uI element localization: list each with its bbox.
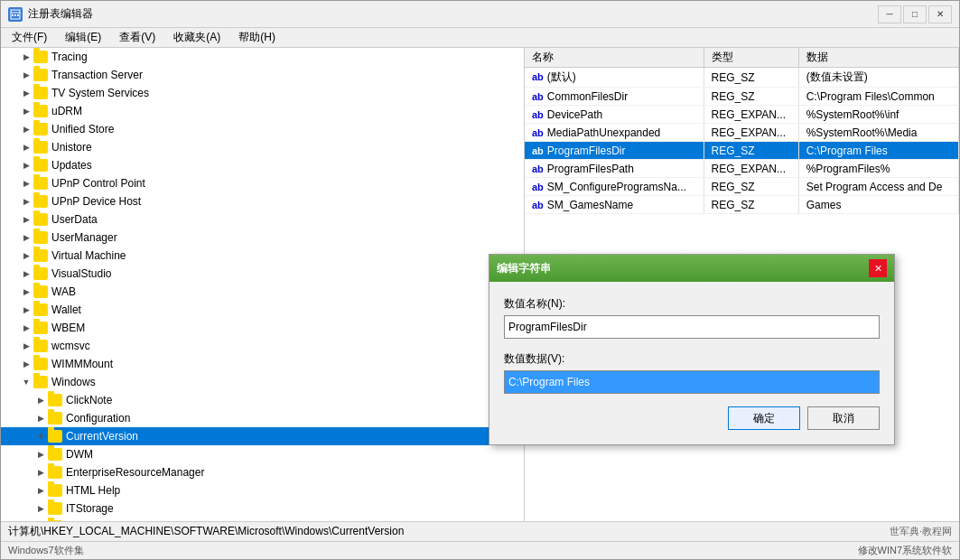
cancel-button[interactable]: 取消 [807, 406, 880, 430]
menu-file[interactable]: 文件(F) [5, 28, 54, 47]
tree-expander[interactable]: ▶ [33, 411, 48, 425]
tree-item-label: WBEM [51, 322, 85, 334]
tree-expander[interactable]: ▶ [19, 285, 33, 299]
tree-item-label: wcmsvc [51, 340, 90, 352]
tree-item[interactable]: ▶Updates [1, 156, 524, 174]
tree-item[interactable]: ▶Unistore [1, 138, 524, 156]
tree-item[interactable]: ▶UserData [1, 210, 524, 229]
tree-item[interactable]: ▶Virtual Machine [1, 247, 524, 265]
menu-view[interactable]: 查看(V) [112, 28, 163, 47]
confirm-button[interactable]: 确定 [728, 406, 800, 430]
tree-item[interactable]: ▶ITStorage [1, 499, 524, 518]
dialog-body: 数值名称(N): 数值数据(V): 确定 取消 [489, 282, 894, 444]
tree-expander[interactable]: ▼ [19, 375, 33, 389]
table-row[interactable]: abDevicePathREG_EXPAN...%SystemRoot%\inf [525, 106, 959, 124]
tree-item[interactable]: ▶uDRM [1, 102, 524, 120]
tree-item[interactable]: ▶DWM [1, 445, 524, 463]
tree-expander[interactable]: ▶ [19, 86, 33, 100]
maximize-button[interactable]: □ [903, 5, 927, 23]
tree-item[interactable]: ▶Unified Store [1, 120, 524, 138]
col-name: 名称 [525, 48, 704, 68]
tree-expander[interactable]: ▶ [19, 266, 33, 281]
tree-item[interactable]: ▶UPnP Device Host [1, 192, 524, 210]
folder-icon [33, 123, 48, 135]
tree-expander[interactable]: ▶ [33, 519, 48, 521]
tree-expander[interactable]: ▶ [33, 393, 48, 407]
tree-item[interactable]: ▶VisualStudio [1, 265, 524, 283]
menu-favorites[interactable]: 收藏夹(A) [166, 28, 228, 47]
folder-icon [33, 69, 48, 81]
tree-expander[interactable]: ▶ [19, 321, 33, 335]
name-input[interactable] [504, 315, 880, 339]
tree-expander[interactable]: ▶ [19, 122, 33, 136]
type-icon: ab [532, 109, 544, 120]
title-bar: 注册表编辑器 ─ □ ✕ [1, 1, 959, 28]
folder-icon [48, 502, 62, 515]
tree-expander[interactable]: ▶ [19, 212, 33, 227]
cell-data: (数值未设置) [798, 68, 958, 88]
table-row[interactable]: ab(默认)REG_SZ(数值未设置) [525, 68, 959, 88]
data-input[interactable] [504, 370, 880, 394]
folder-icon [48, 448, 62, 461]
tree-item[interactable]: ▼Windows [1, 373, 524, 391]
table-row[interactable]: abProgramFilesPathREG_EXPAN...%ProgramFi… [525, 160, 959, 178]
tree-expander[interactable]: ▶ [19, 303, 33, 317]
folder-icon [33, 105, 48, 117]
tree-expander[interactable]: ▼ [33, 429, 48, 443]
tree-item-label: Unistore [51, 141, 92, 154]
table-row[interactable]: abSM_ConfigureProgramsNa...REG_SZSet Pro… [525, 178, 959, 196]
tree-expander[interactable]: ▶ [19, 140, 33, 154]
tree-item-label: Windows [51, 376, 96, 388]
cell-type: REG_SZ [704, 196, 798, 214]
folder-icon [33, 267, 48, 280]
tree-expander[interactable]: ▶ [33, 501, 48, 516]
bottom-bar: Windows7软件集 修改WIN7系统软件软 [1, 541, 959, 559]
tree-expander[interactable]: ▶ [33, 465, 48, 480]
tree-expander[interactable]: ▶ [19, 339, 33, 353]
tree-item[interactable]: ▶wcmsvc [1, 337, 524, 355]
tree-expander[interactable]: ▶ [19, 50, 33, 64]
tree-expander[interactable]: ▶ [19, 158, 33, 173]
tree-item[interactable]: ▶UserManager [1, 229, 524, 247]
tree-expander[interactable]: ▶ [19, 176, 33, 191]
tree-item[interactable]: ▶Configuration [1, 409, 524, 427]
tree-panel[interactable]: ▶Tracing▶Transaction Server▶TV System Se… [1, 48, 525, 521]
tree-expander[interactable]: ▶ [19, 68, 33, 82]
folder-icon [33, 303, 48, 316]
table-row[interactable]: abMediaPathUnexpandedREG_EXPAN...%System… [525, 124, 959, 142]
tree-item[interactable]: ▶WBEM [1, 319, 524, 337]
dialog-title: 编辑字符串 [497, 261, 551, 276]
menu-edit[interactable]: 编辑(E) [58, 28, 108, 47]
dialog-close-button[interactable]: ✕ [869, 259, 887, 277]
tree-item-label: CurrentVersion [66, 430, 138, 443]
tree-item[interactable]: ▶TV System Services [1, 84, 524, 102]
tree-item[interactable]: ▶ScheduleDisc... [1, 518, 524, 521]
tree-item[interactable]: ▶Tracing [1, 48, 524, 66]
minimize-button[interactable]: ─ [878, 5, 901, 23]
tree-expander[interactable]: ▶ [33, 483, 48, 498]
tree-expander[interactable]: ▶ [19, 104, 33, 118]
tree-item[interactable]: ▶WAB [1, 283, 524, 301]
tree-item[interactable]: ▶UPnP Control Point [1, 174, 524, 192]
type-icon: ab [532, 127, 544, 138]
tree-item[interactable]: ▶ClickNote [1, 391, 524, 409]
data-field: 数值数据(V): [504, 351, 880, 394]
tree-item[interactable]: ▶EnterpriseResourceManager [1, 463, 524, 481]
tree-item[interactable]: ▶Transaction Server [1, 66, 524, 84]
tree-item[interactable]: ▶WIMMMount [1, 355, 524, 373]
tree-item[interactable]: ▼CurrentVersion [1, 427, 524, 445]
table-row[interactable]: abProgramFilesDirREG_SZC:\Program Files [525, 142, 959, 160]
tree-expander[interactable]: ▶ [19, 230, 33, 245]
table-row[interactable]: abCommonFilesDirREG_SZC:\Program Files\C… [525, 88, 959, 106]
close-button[interactable]: ✕ [928, 5, 952, 23]
tree-expander[interactable]: ▶ [19, 194, 33, 209]
table-row[interactable]: abSM_GamesNameREG_SZGames [525, 196, 959, 214]
menu-help[interactable]: 帮助(H) [231, 28, 283, 47]
svg-rect-2 [12, 14, 14, 16]
tree-item[interactable]: ▶Wallet [1, 301, 524, 319]
tree-expander[interactable]: ▶ [33, 447, 48, 462]
tree-expander[interactable]: ▶ [19, 357, 33, 371]
tree-expander[interactable]: ▶ [19, 248, 33, 263]
tree-item[interactable]: ▶HTML Help [1, 481, 524, 499]
menu-bar: 文件(F) 编辑(E) 查看(V) 收藏夹(A) 帮助(H) [1, 28, 959, 48]
